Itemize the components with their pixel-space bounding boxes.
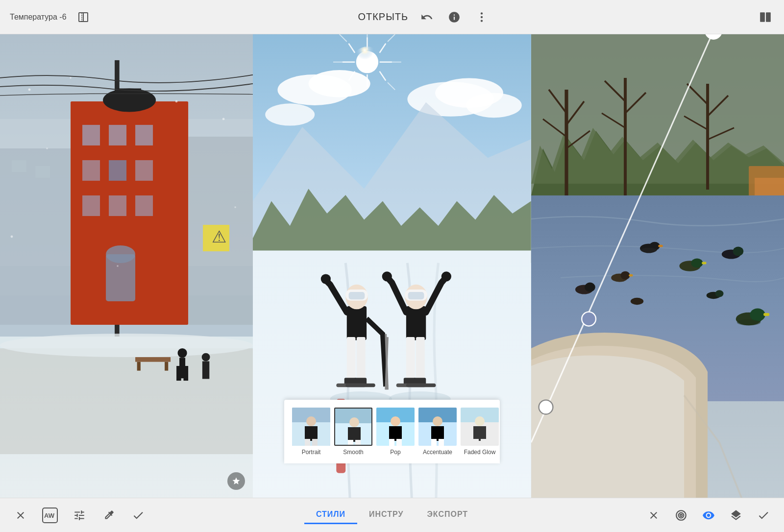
svg-point-4 [481, 16, 483, 18]
style-portrait[interactable]: Portrait [292, 408, 330, 456]
svg-point-46 [117, 265, 119, 267]
svg-rect-7 [766, 12, 771, 22]
style-pop-icon [376, 408, 415, 446]
svg-rect-89 [345, 384, 375, 387]
svg-rect-168 [763, 313, 769, 316]
page-title: ОТКРЫТЬ [358, 11, 408, 23]
style-smooth-icon [335, 409, 372, 446]
adjustments-button[interactable] [71, 507, 88, 524]
svg-rect-15 [135, 125, 153, 145]
svg-point-74 [466, 93, 522, 118]
info-button[interactable] [445, 8, 463, 26]
left-image-panel[interactable]: ⚠ [0, 34, 253, 498]
style-portrait-label: Portrait [302, 449, 321, 456]
tab-tools[interactable]: ИНСТРУ [357, 506, 415, 524]
style-accentuate-label: Accentuate [423, 449, 452, 456]
bottom-bar-left: AW [0, 507, 269, 524]
svg-rect-91 [406, 306, 426, 340]
more-button[interactable] [473, 8, 490, 26]
svg-rect-79 [347, 306, 367, 340]
radial-filter-button[interactable] [672, 507, 690, 524]
svg-rect-17 [109, 160, 126, 181]
svg-point-177 [582, 312, 596, 326]
top-bar-center: ОТКРЫТЬ [358, 8, 490, 26]
right-image-panel[interactable] [531, 34, 784, 498]
svg-point-75 [265, 103, 315, 125]
compare-view-button[interactable] [757, 8, 774, 26]
layers-button[interactable] [727, 507, 745, 524]
svg-rect-156 [658, 245, 663, 247]
top-bar-left: Температура -6 [10, 8, 92, 26]
close-button[interactable] [12, 507, 29, 524]
svg-rect-122 [396, 439, 402, 446]
svg-rect-84 [347, 337, 356, 380]
style-portrait-thumb [292, 408, 330, 446]
svg-rect-132 [473, 426, 486, 441]
layers-icon [730, 509, 742, 522]
svg-point-173 [715, 290, 724, 297]
right-scene-bg [531, 34, 784, 498]
top-bar-right [757, 8, 774, 26]
confirm-right-button[interactable] [755, 507, 772, 524]
eye-view-button[interactable] [700, 507, 717, 524]
svg-rect-160 [702, 262, 707, 265]
svg-rect-109 [305, 439, 310, 446]
svg-rect-128 [439, 439, 444, 446]
svg-rect-19 [82, 195, 100, 216]
svg-rect-116 [355, 440, 361, 446]
tab-styles[interactable]: СТИЛИ [304, 506, 357, 524]
right-scene-svg [531, 34, 784, 498]
svg-point-23 [106, 245, 135, 263]
svg-point-157 [640, 248, 657, 253]
svg-rect-14 [109, 125, 126, 145]
style-accentuate-thumb [418, 408, 457, 446]
svg-point-96 [441, 271, 451, 281]
auto-icon: AW [42, 508, 58, 523]
svg-point-5 [481, 20, 483, 22]
svg-point-95 [382, 271, 392, 281]
svg-rect-108 [305, 426, 318, 441]
svg-point-159 [691, 258, 703, 267]
svg-point-183 [679, 512, 684, 518]
svg-rect-163 [629, 274, 633, 277]
bottom-bar-right [515, 507, 784, 524]
eyedropper-button[interactable] [100, 507, 118, 524]
svg-point-71 [309, 70, 370, 97]
center-image-panel[interactable]: Portrait Smooth [253, 34, 531, 498]
svg-point-47 [11, 236, 13, 238]
bottom-bar: AW СТИЛИ ИНСТРУ ЭКСПОРТ [0, 498, 784, 532]
svg-rect-50 [137, 362, 141, 371]
style-pop-scene [376, 408, 415, 446]
svg-rect-40 [202, 361, 209, 379]
undo-button[interactable] [418, 8, 436, 26]
svg-text:⚠: ⚠ [212, 228, 226, 246]
left-scene-svg: ⚠ [0, 34, 253, 498]
close-right-button[interactable] [645, 507, 662, 524]
style-portrait-scene [292, 408, 330, 446]
close-icon-right [648, 509, 660, 521]
style-faded-glow-scene [461, 408, 499, 446]
main-area: ⚠ [0, 34, 784, 498]
style-faded-glow[interactable]: Faded Glow [461, 408, 499, 456]
auto-button[interactable]: AW [41, 507, 59, 524]
svg-point-182 [676, 510, 686, 520]
tab-export[interactable]: ЭКСПОРТ [415, 506, 480, 524]
star-badge[interactable] [227, 472, 245, 490]
style-pop-thumb [376, 408, 415, 446]
svg-rect-110 [312, 439, 318, 446]
svg-rect-102 [406, 384, 436, 387]
eyedropper-icon [102, 509, 115, 522]
svg-rect-20 [109, 195, 126, 216]
confirm-left-button[interactable] [129, 507, 147, 524]
svg-rect-27 [12, 160, 26, 172]
style-accentuate[interactable]: Accentuate [418, 408, 457, 456]
svg-point-44 [46, 147, 48, 149]
svg-rect-97 [406, 337, 415, 380]
style-pop[interactable]: Pop [376, 408, 415, 456]
svg-rect-94 [408, 292, 424, 299]
style-smooth[interactable]: Smooth [334, 408, 372, 456]
split-view-button[interactable] [74, 8, 92, 26]
check-icon-right [757, 509, 770, 522]
svg-point-83 [321, 274, 331, 284]
svg-rect-121 [389, 439, 394, 446]
